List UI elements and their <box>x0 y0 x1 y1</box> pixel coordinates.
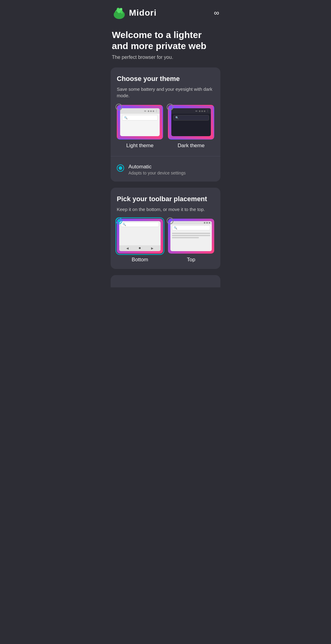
dark-url-area: 🔍 <box>171 114 211 122</box>
nav-dot-2 <box>206 222 208 224</box>
nav-dot-3 <box>209 222 210 224</box>
dark-theme-preview-wrapper: ∞ ⋮ 🔍 <box>168 105 214 140</box>
top-browser-mock: 🔍 <box>170 221 212 251</box>
light-theme-option[interactable]: ∞ ⋮ 🔍 <box>117 105 163 149</box>
search-icon: 🔍 <box>175 116 179 119</box>
theme-card: Choose your theme Save some battery and … <box>111 67 220 182</box>
content-line-2 <box>172 235 210 236</box>
bottom-placement-preview: 🔍 ◀ ▶ <box>117 219 163 253</box>
dark-toolbar: ∞ ⋮ <box>171 108 211 114</box>
top-placement-preview: 🔍 <box>168 219 214 253</box>
automatic-section[interactable]: Automatic Adapts to your device settings <box>111 156 220 182</box>
light-theme-preview: ∞ ⋮ 🔍 <box>117 105 163 140</box>
toolbar-dot <box>204 110 205 112</box>
partial-bottom-card <box>111 275 220 287</box>
bottom-placement-label: Bottom <box>132 257 148 263</box>
top-placement-label: Top <box>187 257 195 263</box>
top-preview-wrapper: 🔍 <box>168 219 214 253</box>
bottom-url-bar: 🔍 <box>121 222 159 227</box>
light-theme-radio[interactable] <box>116 104 122 110</box>
toolbar-description: Keep it on the bottom, or move it to the… <box>117 206 214 213</box>
automatic-description: Adapts to your device settings <box>128 171 186 175</box>
hero-section: Welcome to a lighter and more private we… <box>106 23 225 67</box>
theme-title: Choose your theme <box>117 75 214 83</box>
logo-container: Midori <box>112 6 157 20</box>
automatic-radio-button[interactable] <box>117 164 124 172</box>
header: Midori ∞ <box>106 0 225 23</box>
toolbar-title: Pick your toolbar placement <box>117 195 214 203</box>
toolbar-mask-icon: ∞ <box>144 109 146 113</box>
light-url-bar: 🔍 <box>122 115 158 121</box>
top-url-area: 🔍 <box>170 224 212 231</box>
dark-theme-label: Dark theme <box>178 143 205 149</box>
automatic-row: Automatic Adapts to your device settings <box>117 164 214 175</box>
automatic-title: Automatic <box>128 164 186 170</box>
toolbar-menu-icon: ⋮ <box>206 109 209 113</box>
bottom-search-icon: 🔍 <box>123 223 126 226</box>
bottom-browser-mock: 🔍 ◀ ▶ <box>119 221 161 251</box>
private-mode-icon[interactable]: ∞ <box>214 9 219 17</box>
bottom-preview-wrapper: 🔍 ◀ ▶ <box>117 219 163 253</box>
light-toolbar: ∞ ⋮ <box>120 108 160 114</box>
toolbar-dot <box>153 110 154 112</box>
toolbar-mask-icon: ∞ <box>196 109 197 113</box>
midori-logo-icon <box>112 6 127 20</box>
search-icon: 🔍 <box>124 116 127 119</box>
top-nav-bar <box>170 221 212 224</box>
bottom-placement-option[interactable]: 🔍 ◀ ▶ <box>117 219 163 263</box>
dark-theme-option[interactable]: ∞ ⋮ 🔍 <box>168 105 214 149</box>
theme-options: ∞ ⋮ 🔍 <box>117 105 214 149</box>
content-line-1 <box>172 233 210 234</box>
top-placement-option[interactable]: 🔍 Top <box>168 219 214 263</box>
nav-dot-1 <box>204 222 205 224</box>
dark-theme-preview: ∞ ⋮ 🔍 <box>168 105 214 140</box>
hero-subtitle: The perfect browser for you. <box>112 55 219 60</box>
dark-browser-mock: ∞ ⋮ 🔍 <box>171 108 211 136</box>
theme-section: Choose your theme Save some battery and … <box>111 67 220 156</box>
app-name: Midori <box>129 8 157 18</box>
forward-icon: ▶ <box>151 247 154 250</box>
content-line-3 <box>172 237 199 238</box>
toolbar-dot <box>201 110 203 112</box>
toolbar-card: Pick your toolbar placement Keep it on t… <box>111 188 220 269</box>
hero-title: Welcome to a lighter and more private we… <box>112 29 219 52</box>
dark-theme-radio[interactable] <box>167 104 173 110</box>
theme-description: Save some battery and your eyesight with… <box>117 86 214 99</box>
light-theme-preview-wrapper: ∞ ⋮ 🔍 <box>117 105 163 140</box>
bottom-content <box>119 228 161 245</box>
dark-url-bar: 🔍 <box>173 115 209 121</box>
toolbar-dot <box>148 110 149 112</box>
automatic-text-block: Automatic Adapts to your device settings <box>128 164 186 175</box>
light-browser-mock: ∞ ⋮ 🔍 <box>120 108 160 136</box>
back-icon: ◀ <box>126 247 129 250</box>
light-theme-label: Light theme <box>126 143 154 149</box>
toolbar-dot <box>150 110 152 112</box>
radio-inner-dot <box>119 166 122 170</box>
top-content <box>170 231 212 251</box>
svg-point-2 <box>120 8 122 10</box>
bottom-url-area: 🔍 <box>119 221 161 228</box>
home-dot-icon <box>139 247 141 249</box>
toolbar-options: 🔍 ◀ ▶ <box>117 219 214 263</box>
toolbar-menu-icon: ⋮ <box>155 109 158 113</box>
light-url-area: 🔍 <box>120 114 160 122</box>
toolbar-dot <box>199 110 200 112</box>
toolbar-section: Pick your toolbar placement Keep it on t… <box>111 188 220 269</box>
bottom-nav-bar: ◀ ▶ <box>119 245 161 251</box>
top-url-bar: 🔍 <box>172 225 210 230</box>
top-search-icon: 🔍 <box>174 226 177 229</box>
